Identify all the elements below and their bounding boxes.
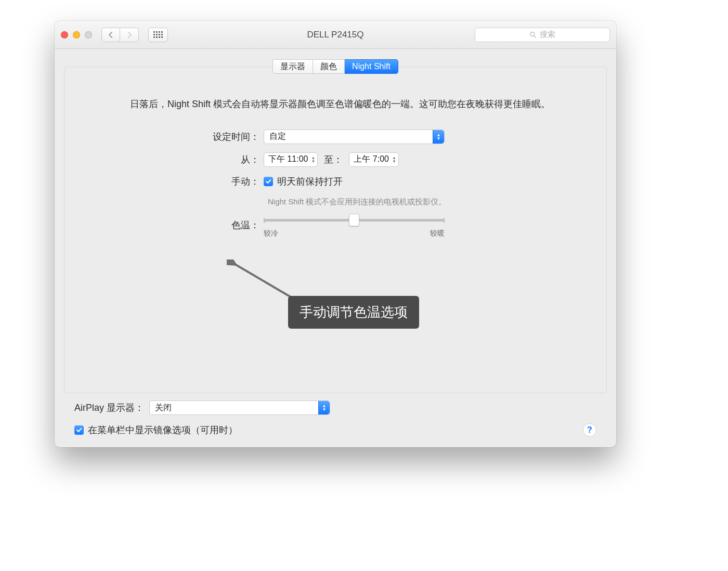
night-shift-panel: 日落后，Night Shift 模式会自动将显示器颜色调至色谱偏暖色的一端。这可… <box>64 67 607 393</box>
tab-bar: 显示器 颜色 Night Shift <box>64 59 607 74</box>
schedule-row: 设定时间： 自定 ▲▼ <box>193 129 526 144</box>
search-input[interactable]: 搜索 <box>475 28 610 42</box>
nav-buttons <box>101 28 139 42</box>
slider-warm-label: 较暖 <box>430 229 445 238</box>
tab-display[interactable]: 显示器 <box>272 59 313 74</box>
airplay-select[interactable]: 关闭 ▲▼ <box>149 400 330 415</box>
svg-line-1 <box>534 35 536 37</box>
schedule-value: 自定 <box>269 131 286 142</box>
schedule-label: 设定时间： <box>193 131 264 143</box>
help-button[interactable]: ? <box>583 423 596 437</box>
footer: AirPlay 显示器： 关闭 ▲▼ 在菜单栏中显示镜像选项（可用时） ? <box>64 393 607 440</box>
from-label: 从： <box>193 153 264 166</box>
slider-thumb[interactable] <box>349 214 359 226</box>
back-button[interactable] <box>101 28 120 42</box>
chevron-up-down-icon: ▲▼ <box>433 130 444 144</box>
tab-color[interactable]: 颜色 <box>313 59 345 74</box>
manual-row: 手动： 明天前保持打开 <box>193 175 526 188</box>
airplay-row: AirPlay 显示器： 关闭 ▲▼ <box>74 400 596 415</box>
minimize-icon[interactable] <box>73 31 80 38</box>
manual-checkbox-label: 明天前保持打开 <box>277 175 343 188</box>
annotation-tooltip: 手动调节色温选项 <box>288 296 419 329</box>
window-body: 显示器 颜色 Night Shift 日落后，Night Shift 模式会自动… <box>55 49 616 447</box>
to-value: 上午 7:00 <box>354 154 389 165</box>
search-placeholder: 搜索 <box>540 30 555 40</box>
show-all-button[interactable] <box>148 28 168 42</box>
manual-checkbox[interactable] <box>264 177 273 186</box>
svg-point-0 <box>530 32 535 36</box>
airplay-label: AirPlay 显示器： <box>74 401 144 414</box>
airplay-value: 关闭 <box>155 403 172 413</box>
preferences-window: DELL P2415Q 搜索 显示器 颜色 Night Shift 日落后，Ni… <box>55 21 616 447</box>
close-icon[interactable] <box>61 31 68 38</box>
grid-icon <box>153 31 163 38</box>
time-row: 从： 下午 11:00 ▲▼ 至： 上午 7:00 ▲▼ <box>193 152 526 167</box>
maximize-icon <box>85 31 92 38</box>
stepper-icon: ▲▼ <box>392 156 396 163</box>
schedule-select[interactable]: 自定 ▲▼ <box>264 129 445 144</box>
color-temp-row: 色温： 较冷 较暖 <box>193 219 526 238</box>
mirror-row: 在菜单栏中显示镜像选项（可用时） <box>74 424 238 436</box>
check-icon <box>265 178 271 185</box>
from-time-stepper[interactable]: 下午 11:00 ▲▼ <box>264 152 318 167</box>
slider-cold-label: 较冷 <box>264 229 278 238</box>
stepper-icon: ▲▼ <box>311 156 315 163</box>
mirror-checkbox-label: 在菜单栏中显示镜像选项（可用时） <box>88 424 238 436</box>
titlebar: DELL P2415Q 搜索 <box>55 21 616 49</box>
manual-hint: Night Shift 模式不会应用到连接的电视机或投影仪。 <box>268 196 450 208</box>
mirror-checkbox[interactable] <box>74 425 84 435</box>
form: 设定时间： 自定 ▲▼ 从： 下午 11:00 ▲▼ 至： <box>193 129 526 239</box>
to-time-stepper[interactable]: 上午 7:00 ▲▼ <box>349 152 399 167</box>
to-label: 至： <box>324 153 343 166</box>
search-icon <box>529 31 537 38</box>
color-temp-label: 色温： <box>193 219 264 231</box>
from-value: 下午 11:00 <box>268 154 308 165</box>
color-temp-slider[interactable]: 较冷 较暖 <box>264 219 445 238</box>
check-icon <box>76 427 82 433</box>
chevron-up-down-icon: ▲▼ <box>318 401 330 414</box>
description-text: 日落后，Night Shift 模式会自动将显示器颜色调至色谱偏暖色的一端。这可… <box>130 97 551 112</box>
tab-night-shift[interactable]: Night Shift <box>345 59 398 74</box>
manual-label: 手动： <box>193 175 264 188</box>
slider-track <box>264 219 445 222</box>
traffic-lights <box>61 31 92 38</box>
forward-button[interactable] <box>120 28 139 42</box>
